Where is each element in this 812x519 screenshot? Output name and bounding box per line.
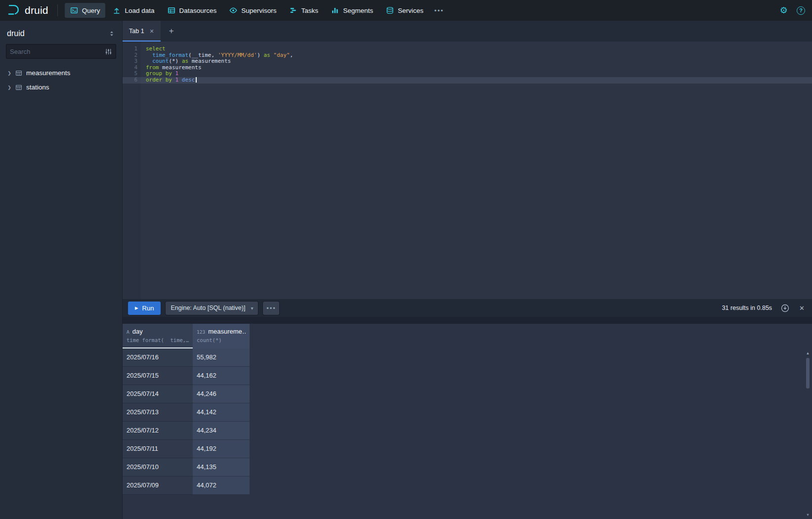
divider (57, 4, 58, 16)
query-icon (70, 6, 78, 14)
table-cell[interactable]: 2025/07/12 (123, 422, 193, 440)
table-row: 2025/07/0944,072 (123, 476, 812, 495)
panel-divider (123, 317, 812, 324)
table-row: 2025/07/1044,135 (123, 458, 812, 476)
datasource-name: stations (26, 84, 49, 91)
table-cell[interactable]: 2025/07/16 (123, 348, 193, 367)
table-cell[interactable]: 44,142 (193, 403, 250, 422)
chevron-right-icon[interactable]: ❯ (7, 85, 12, 90)
brand[interactable]: druid (7, 3, 48, 18)
results-summary: 31 results in 0.85s (722, 304, 772, 311)
table-cell[interactable]: 44,135 (193, 458, 250, 476)
code-line: count(*) as measurements (141, 58, 812, 65)
text-cursor (196, 77, 197, 83)
table-icon (15, 70, 22, 77)
line-number: 1 (123, 46, 141, 52)
query-more-button[interactable]: ••• (263, 302, 279, 315)
results-body: 2025/07/1655,9822025/07/1544,1622025/07/… (123, 348, 812, 495)
sidebar-item-stations[interactable]: ❯stations (0, 80, 122, 94)
table-cell[interactable]: 44,162 (193, 367, 250, 385)
nav-item-label: Tasks (301, 7, 319, 14)
supervisors-icon (229, 6, 237, 14)
code-line: group by 1 (141, 71, 812, 77)
table-row: 2025/07/1244,234 (123, 422, 812, 440)
settings-gear-icon[interactable]: ⚙ (780, 6, 788, 15)
editor-gutter: 123456 (123, 42, 141, 299)
table-row: 2025/07/1544,162 (123, 367, 812, 385)
table-cell[interactable]: 2025/07/13 (123, 403, 193, 422)
table-cell[interactable]: 2025/07/10 (123, 458, 193, 476)
nav-item-services[interactable]: Services (381, 3, 429, 18)
column-header-day[interactable]: A day time_format(__time,… (123, 324, 193, 348)
table-cell[interactable]: 2025/07/11 (123, 440, 193, 458)
tab-1[interactable]: Tab 1 ✕ (123, 21, 161, 42)
table-cell[interactable]: 2025/07/09 (123, 476, 193, 495)
code-line: time_format(__time, 'YYYY/MM/dd') as "da… (141, 52, 812, 59)
nav-item-label: Load data (125, 7, 154, 14)
column-expression: count(*) (197, 337, 246, 343)
table-cell[interactable]: 2025/07/15 (123, 367, 193, 385)
nav-item-label: Supervisors (241, 7, 276, 14)
code-line: from measurements (141, 65, 812, 71)
nav-item-label: Datasources (179, 7, 217, 14)
nav-item-query[interactable]: Query (65, 3, 106, 18)
tasks-icon (290, 6, 298, 14)
results-panel: A day time_format(__time,… 123 measureme… (123, 324, 812, 519)
sort-double-caret-icon[interactable] (108, 30, 115, 37)
datasources-icon (168, 6, 175, 14)
table-cell[interactable]: 55,982 (193, 348, 250, 367)
nav-more-button[interactable]: ••• (430, 3, 449, 18)
add-tab-button[interactable]: + (169, 26, 174, 36)
nav-item-load-data[interactable]: Load data (107, 3, 160, 18)
results-header: A day time_format(__time,… 123 measureme… (123, 324, 812, 348)
table-row: 2025/07/1144,192 (123, 440, 812, 458)
sidebar-title: druid (7, 29, 25, 38)
table-icon (15, 84, 22, 91)
scroll-down-icon[interactable]: ▼ (805, 513, 811, 517)
nav-item-supervisors[interactable]: Supervisors (224, 3, 282, 18)
table-cell[interactable]: 44,192 (193, 440, 250, 458)
datasource-name: measurements (26, 69, 70, 77)
nav-item-segments[interactable]: Segments (326, 3, 379, 18)
table-cell[interactable]: 44,072 (193, 476, 250, 495)
sidebar: druid ❯measurements❯stations (0, 21, 123, 519)
tab-close-icon[interactable]: ✕ (150, 28, 154, 35)
help-icon[interactable]: ? (797, 6, 805, 15)
results-scrollbar[interactable]: ▲ ▼ (805, 350, 811, 518)
table-cell[interactable]: 44,246 (193, 385, 250, 403)
segments-icon (331, 6, 339, 14)
table-cell[interactable]: 2025/07/14 (123, 385, 193, 403)
caret-down-icon: ▾ (251, 305, 253, 311)
code-line: order by 1 desc (141, 77, 812, 84)
druid-logo-icon (7, 3, 20, 18)
load-data-icon (113, 6, 121, 14)
nav-item-datasources[interactable]: Datasources (162, 3, 222, 18)
chevron-right-icon[interactable]: ❯ (7, 71, 12, 76)
download-icon[interactable] (781, 304, 789, 312)
sql-editor[interactable]: 123456 select time_format(__time, 'YYYY/… (123, 42, 812, 299)
table-row: 2025/07/1444,246 (123, 385, 812, 403)
run-button[interactable]: ▶ Run (128, 302, 161, 315)
number-type-icon: 123 (197, 329, 205, 335)
table-cell[interactable]: 44,234 (193, 422, 250, 440)
string-type-icon: A (127, 329, 129, 335)
search-input[interactable] (10, 48, 105, 55)
column-header-measurements[interactable]: 123 measureme… count(*) (193, 324, 250, 348)
close-results-icon[interactable]: ✕ (799, 304, 805, 312)
sidebar-item-measurements[interactable]: ❯measurements (0, 66, 122, 80)
brand-name: druid (25, 4, 48, 16)
search-box[interactable] (6, 44, 116, 59)
datasource-tree: ❯measurements❯stations (0, 66, 122, 94)
nav-item-label: Query (82, 7, 100, 14)
more-icon: ••• (434, 7, 444, 14)
scrollbar-thumb[interactable] (806, 358, 810, 389)
tab-label: Tab 1 (129, 28, 144, 35)
engine-select[interactable]: Engine: Auto [SQL (native)] ▾ (166, 302, 258, 315)
query-view: Tab 1 ✕ + 123456 select time_format(__ti… (123, 21, 812, 519)
sidebar-header: druid (0, 21, 122, 44)
line-number: 3 (123, 58, 141, 65)
nav-item-tasks[interactable]: Tasks (284, 3, 324, 18)
column-expression: time_format(__time,… (127, 337, 189, 343)
scroll-up-icon[interactable]: ▲ (805, 351, 811, 355)
filter-sliders-icon[interactable] (105, 48, 112, 55)
